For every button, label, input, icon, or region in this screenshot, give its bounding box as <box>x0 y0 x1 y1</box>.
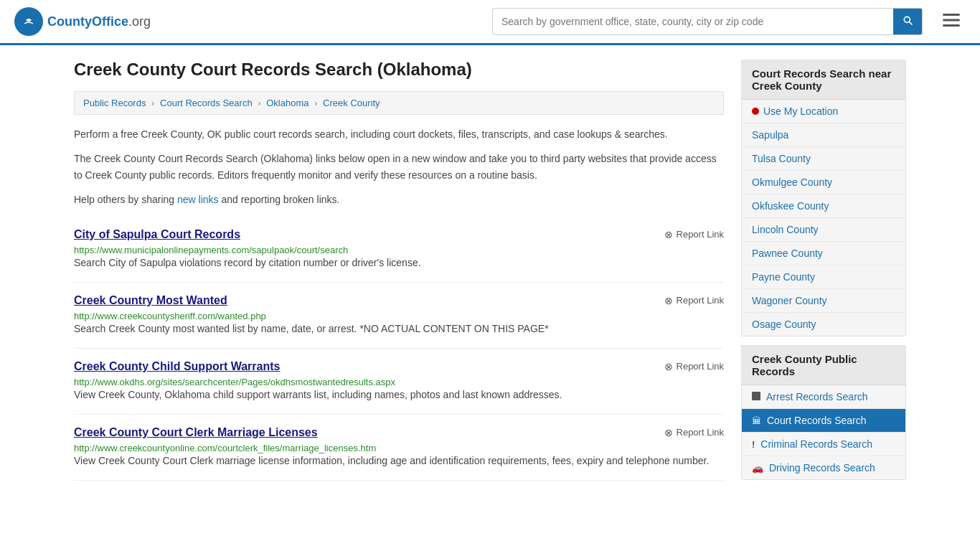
breadcrumb: Public Records › Court Records Search › … <box>74 91 724 115</box>
search-input[interactable] <box>493 10 893 33</box>
breadcrumb-court-records[interactable]: Court Records Search <box>160 98 253 108</box>
report-icon-0: ⊗ <box>664 229 673 240</box>
result-card: City of Sapulpa Court Records ⊗ Report L… <box>74 217 724 283</box>
hamburger-menu-button[interactable] <box>937 9 966 34</box>
public-records-section-title: Creek County Public Records <box>742 346 905 385</box>
nearby-item-2[interactable]: Okmulgee County <box>742 171 905 194</box>
record-icon-3: 🚗 <box>752 462 763 474</box>
nearby-link-4[interactable]: Lincoln County <box>752 224 819 235</box>
record-icon-2: ! <box>752 438 755 450</box>
public-records-list: Arrest Records Search 🏛 Court Records Se… <box>742 385 905 479</box>
nearby-link-0[interactable]: Sapulpa <box>752 129 788 141</box>
nearby-item-7[interactable]: Wagoner County <box>742 289 905 313</box>
report-icon-1: ⊗ <box>664 295 673 306</box>
result-card: Creek County Court Clerk Marriage Licens… <box>74 415 724 481</box>
result-card: Creek Country Most Wanted ⊗ Report Link … <box>74 283 724 349</box>
nearby-link-2[interactable]: Okmulgee County <box>752 176 832 188</box>
svg-rect-2 <box>943 14 960 16</box>
nearby-item-1[interactable]: Tulsa County <box>742 147 905 171</box>
logo-icon <box>14 7 43 36</box>
breadcrumb-creek-county[interactable]: Creek County <box>323 98 380 108</box>
breadcrumb-oklahoma[interactable]: Oklahoma <box>266 98 308 108</box>
result-title-2[interactable]: Creek County Child Support Warrants <box>74 360 280 373</box>
nearby-link-5[interactable]: Pawnee County <box>752 248 823 259</box>
main-container: Creek County Court Records Search (Oklah… <box>60 45 920 503</box>
result-card: Creek County Child Support Warrants ⊗ Re… <box>74 349 724 415</box>
result-desc-1: Search Creek County most wanted list by … <box>74 321 724 336</box>
nearby-link-1[interactable]: Tulsa County <box>752 153 811 164</box>
result-title-0[interactable]: City of Sapulpa Court Records <box>74 228 240 241</box>
new-links-link[interactable]: new links <box>177 194 219 205</box>
public-record-link-2[interactable]: Criminal Records Search <box>760 438 872 450</box>
public-record-item-0[interactable]: Arrest Records Search <box>742 385 905 409</box>
nearby-link-3[interactable]: Okfuskee County <box>752 200 829 212</box>
result-list: City of Sapulpa Court Records ⊗ Report L… <box>74 217 724 481</box>
public-record-link-0[interactable]: Arrest Records Search <box>766 391 868 402</box>
nearby-items-list: SapulpaTulsa CountyOkmulgee CountyOkfusk… <box>742 123 905 336</box>
nearby-item-3[interactable]: Okfuskee County <box>742 194 905 218</box>
result-url-0[interactable]: https://www.municipalonlinepayments.com/… <box>74 245 348 255</box>
main-content: Creek County Court Records Search (Oklah… <box>74 60 724 489</box>
description-2: The Creek County Court Records Search (O… <box>74 151 724 183</box>
site-header: CountyOffice.org <box>0 0 980 45</box>
svg-rect-4 <box>943 24 960 27</box>
location-icon <box>752 108 759 115</box>
result-desc-2: View Creek County, Oklahoma child suppor… <box>74 387 724 402</box>
nearby-section-title: Court Records Search near Creek County <box>742 60 905 100</box>
use-location-link[interactable]: Use My Location <box>763 105 838 117</box>
public-record-link-1[interactable]: Court Records Search <box>767 415 867 426</box>
public-records-section: Creek County Public Records Arrest Recor… <box>741 345 906 480</box>
result-url-1[interactable]: http://www.creekcountysheriff.com/wanted… <box>74 311 266 321</box>
nearby-item-5[interactable]: Pawnee County <box>742 242 905 265</box>
page-title: Creek County Court Records Search (Oklah… <box>74 60 724 80</box>
nearby-item-6[interactable]: Payne County <box>742 265 905 289</box>
sidebar: Court Records Search near Creek County U… <box>741 60 906 489</box>
public-record-link-3[interactable]: Driving Records Search <box>769 462 875 474</box>
use-my-location[interactable]: Use My Location <box>742 100 905 123</box>
breadcrumb-public-records[interactable]: Public Records <box>83 98 146 108</box>
report-link-button-2[interactable]: ⊗ Report Link <box>664 361 724 372</box>
svg-point-1 <box>27 19 30 22</box>
nearby-section: Court Records Search near Creek County U… <box>741 60 906 336</box>
public-record-item-1[interactable]: 🏛 Court Records Search <box>742 409 905 433</box>
nearby-item-4[interactable]: Lincoln County <box>742 218 905 242</box>
search-bar <box>492 8 923 35</box>
nearby-link-8[interactable]: Osage County <box>752 319 816 330</box>
record-icon-1: 🏛 <box>752 415 761 426</box>
nearby-item-0[interactable]: Sapulpa <box>742 123 905 147</box>
public-record-item-3[interactable]: 🚗 Driving Records Search <box>742 456 905 479</box>
result-url-2[interactable]: http://www.okdhs.org/sites/searchcenter/… <box>74 377 395 387</box>
nearby-link-6[interactable]: Payne County <box>752 271 815 283</box>
result-desc-3: View Creek County Court Clerk marriage l… <box>74 453 724 468</box>
report-icon-3: ⊗ <box>664 427 673 438</box>
public-record-item-2[interactable]: ! Criminal Records Search <box>742 433 905 456</box>
report-link-button-3[interactable]: ⊗ Report Link <box>664 427 724 438</box>
logo-text: CountyOffice.org <box>47 14 151 29</box>
report-link-button-0[interactable]: ⊗ Report Link <box>664 229 724 240</box>
search-button[interactable] <box>893 9 922 34</box>
result-title-1[interactable]: Creek Country Most Wanted <box>74 294 227 307</box>
report-link-button-1[interactable]: ⊗ Report Link <box>664 295 724 306</box>
result-desc-0: Search City of Sapulpa violations record… <box>74 255 724 270</box>
record-icon-0 <box>752 391 760 402</box>
report-icon-2: ⊗ <box>664 361 673 372</box>
result-url-3[interactable]: http://www.creekcountyonline.com/courtcl… <box>74 443 376 453</box>
nearby-item-8[interactable]: Osage County <box>742 313 905 336</box>
logo[interactable]: CountyOffice.org <box>14 7 151 36</box>
description-1: Perform a free Creek County, OK public c… <box>74 126 724 142</box>
result-title-3[interactable]: Creek County Court Clerk Marriage Licens… <box>74 426 318 439</box>
svg-rect-3 <box>943 19 960 22</box>
description-3: Help others by sharing new links and rep… <box>74 192 724 207</box>
nearby-link-7[interactable]: Wagoner County <box>752 295 827 306</box>
